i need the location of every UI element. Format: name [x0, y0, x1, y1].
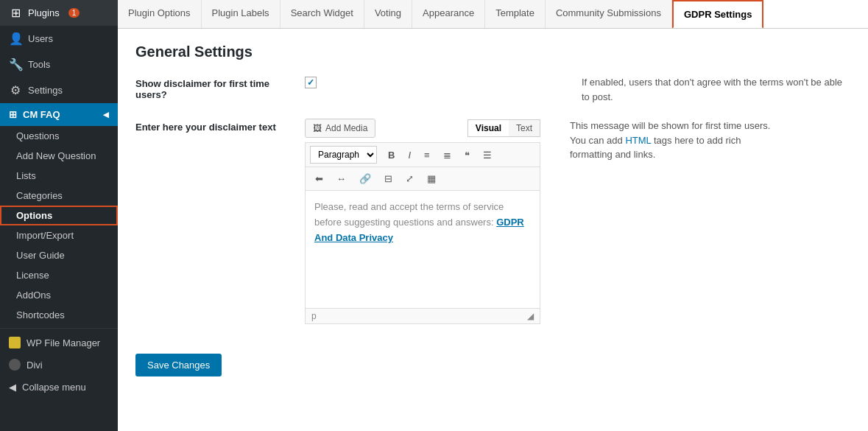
show-disclaimer-checkbox[interactable] [305, 77, 317, 88]
visual-tab[interactable]: Visual [468, 120, 509, 136]
plugins-badge: 1 [68, 8, 80, 18]
collapse-icon: ◀ [9, 382, 16, 393]
editor-status-bar: p ◢ [305, 309, 540, 324]
users-icon: 👤 [9, 32, 22, 46]
show-disclaimer-label: Show disclaimer for first time users? [135, 75, 290, 100]
editor-toolbar-row1: Paragraph B I ≡ ≣ ❝ ☰ [305, 142, 540, 167]
main-content: Plugin Options Plugin Labels Search Widg… [118, 0, 868, 431]
tab-appearance[interactable]: Appearance [412, 0, 485, 28]
link-button[interactable]: 🔗 [354, 170, 376, 187]
resize-handle: ◢ [527, 311, 534, 321]
sidebar-item-import-export[interactable]: Import/Export [0, 225, 118, 245]
show-disclaimer-control[interactable] [305, 75, 317, 88]
editor-desc: This message will be shown for first tim… [570, 119, 776, 162]
sidebar-item-plugins[interactable]: ⊞ Plugins 1 [0, 0, 118, 26]
chevron-icon: ◀ [103, 111, 109, 119]
tab-plugin-options[interactable]: Plugin Options [118, 0, 202, 28]
sidebar-item-user-guide[interactable]: User Guide [0, 245, 118, 265]
editor-body[interactable]: Please, read and accept the terms of ser… [305, 191, 540, 309]
sidebar-item-license[interactable]: License [0, 265, 118, 285]
add-media-button[interactable]: 🖼 Add Media [305, 119, 375, 138]
sidebar-item-categories[interactable]: Categories [0, 186, 118, 206]
tab-voting[interactable]: Voting [364, 0, 412, 28]
settings-icon: ⚙ [9, 83, 22, 97]
align-left-button[interactable]: ⬅ [310, 170, 328, 187]
show-disclaimer-desc: If enabled, users that don't agree with … [552, 75, 847, 104]
editor-tag: p [311, 311, 317, 321]
ordered-list-button[interactable]: ≣ [438, 147, 456, 164]
plugins-icon: ⊞ [9, 6, 22, 20]
sidebar-cm-faq[interactable]: ⊞ CM FAQ ◀ [0, 103, 118, 126]
unordered-list-button[interactable]: ≡ [419, 147, 435, 164]
table-button[interactable]: ▦ [422, 170, 441, 187]
align-button[interactable]: ☰ [478, 147, 497, 164]
sidebar-item-addons[interactable]: AddOns [0, 285, 118, 305]
disclaimer-text-row: Enter here your disclaimer text 🖼 Add Me… [135, 119, 850, 324]
tab-community-submissions[interactable]: Community Submissions [546, 0, 672, 28]
html-link[interactable]: HTML [625, 135, 651, 146]
align-center-button[interactable]: ↔ [331, 170, 351, 187]
show-disclaimer-row: Show disclaimer for first time users? If… [135, 75, 850, 104]
editor-area: 🖼 Add Media Visual Text [305, 119, 540, 324]
tab-gdpr-wrapper: GDPR Settings [672, 0, 763, 28]
italic-button[interactable]: I [403, 147, 416, 164]
paragraph-select[interactable]: Paragraph [310, 146, 377, 164]
tab-plugin-labels[interactable]: Plugin Labels [202, 0, 280, 28]
view-tabs: Visual Text [467, 119, 540, 137]
sidebar-item-options[interactable]: Options [0, 206, 118, 225]
tab-gdpr-settings[interactable]: GDPR Settings [672, 0, 763, 29]
sidebar-item-users[interactable]: 👤 Users [0, 26, 118, 52]
gdpr-link[interactable]: GDPR And Data Privacy [314, 217, 524, 243]
sidebar-item-tools[interactable]: 🔧 Tools [0, 52, 118, 77]
disclaimer-text-label: Enter here your disclaimer text [135, 119, 290, 133]
sidebar-item-divi[interactable]: Divi [0, 354, 118, 376]
content-area: General Settings Show disclaimer for fir… [118, 29, 868, 431]
blockquote-button[interactable]: ❝ [459, 147, 475, 164]
divider [0, 328, 118, 329]
editor-topbar: 🖼 Add Media Visual Text [305, 119, 540, 138]
sidebar-item-lists[interactable]: Lists [0, 166, 118, 186]
sidebar: ⊞ Plugins 1 👤 Users 🔧 Tools ⚙ Settings ⊞… [0, 0, 118, 431]
sidebar-item-add-new-question[interactable]: Add New Question [0, 146, 118, 166]
add-media-icon: 🖼 [313, 123, 322, 133]
divi-icon [9, 359, 21, 371]
sidebar-item-questions[interactable]: Questions [0, 126, 118, 146]
editor-toolbar-row2: ⬅ ↔ 🔗 ⊟ ⤢ ▦ [305, 167, 540, 191]
fullscreen-button[interactable]: ⤢ [401, 170, 419, 187]
tabs-bar: Plugin Options Plugin Labels Search Widg… [118, 0, 868, 29]
sidebar-item-shortcodes[interactable]: Shortcodes [0, 305, 118, 325]
tab-template[interactable]: Template [485, 0, 546, 28]
tools-icon: 🔧 [9, 57, 22, 71]
text-tab[interactable]: Text [509, 120, 540, 136]
hr-button[interactable]: ⊟ [379, 170, 398, 187]
save-changes-button[interactable]: Save Changes [135, 354, 222, 376]
sidebar-item-settings[interactable]: ⚙ Settings [0, 77, 118, 103]
bold-button[interactable]: B [383, 147, 400, 164]
wp-file-manager-icon [9, 337, 21, 348]
page-title: General Settings [135, 43, 850, 60]
tab-search-widget[interactable]: Search Widget [280, 0, 364, 28]
cm-faq-icon: ⊞ [9, 109, 17, 120]
sidebar-item-collapse[interactable]: ◀ Collapse menu [0, 376, 118, 399]
sidebar-item-wp-file-manager[interactable]: WP File Manager [0, 332, 118, 354]
